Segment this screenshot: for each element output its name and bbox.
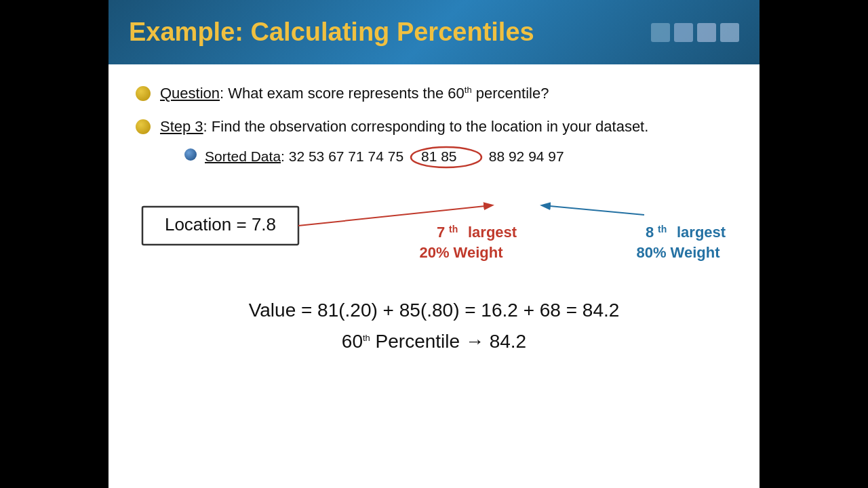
formula-area: Value = 81(.20) + 85(.80) = 16.2 + 68 = … [136,300,732,321]
svg-text:largest: largest [468,224,517,241]
bullet-icon-1 [136,86,151,101]
sub-bullet-icon [184,148,197,161]
bullet-step3: Step 3: Find the observation correspondi… [136,117,732,169]
svg-line-4 [298,205,492,226]
square-1 [651,23,670,42]
bullet-step3-text: Step 3: Find the observation correspondi… [160,117,648,169]
slide-title: Example: Calculating Percentiles [129,18,534,47]
svg-text:7: 7 [437,224,445,241]
svg-text:8: 8 [646,224,654,241]
svg-text:20% Weight: 20% Weight [419,244,503,261]
slide-header: Example: Calculating Percentiles [108,0,760,64]
question-label: Question [160,85,220,102]
step3-label: Step 3 [160,118,203,135]
slide: Example: Calculating Percentiles Questio… [108,0,760,488]
circle-svg: 81 85 [409,146,484,169]
sorted-data-text: Sorted Data: 32 53 67 71 74 75 81 85 88 … [205,146,564,169]
sub-bullet-sorted: Sorted Data: 32 53 67 71 74 75 81 85 88 … [184,146,648,169]
svg-text:80% Weight: 80% Weight [636,244,720,261]
svg-text:largest: largest [677,224,726,241]
svg-text:th: th [449,224,458,235]
svg-text:Location = 7.8: Location = 7.8 [165,214,276,235]
square-4 [720,23,739,42]
svg-line-5 [542,205,644,215]
bullet-question-text: Question: What exam score represents the… [160,83,549,104]
diagram-svg: Location = 7.8 7 th largest 20% Weight 8… [136,186,732,285]
percentile-text: 60th Percentile → 84.2 [342,331,526,352]
formula-text: Value = 81(.20) + 85(.80) = 16.2 + 68 = … [249,300,620,321]
percentile-line: 60th Percentile → 84.2 [136,331,732,352]
square-2 [674,23,693,42]
bullet-question: Question: What exam score represents the… [136,83,732,104]
svg-text:81  85: 81 85 [421,148,457,164]
diagram-area: Location = 7.8 7 th largest 20% Weight 8… [136,186,732,285]
bullet-icon-2 [136,119,151,134]
svg-text:th: th [658,224,667,235]
sorted-label: Sorted Data [205,148,281,163]
header-squares [651,23,739,42]
square-3 [697,23,716,42]
slide-content: Question: What exam score represents the… [108,64,760,488]
